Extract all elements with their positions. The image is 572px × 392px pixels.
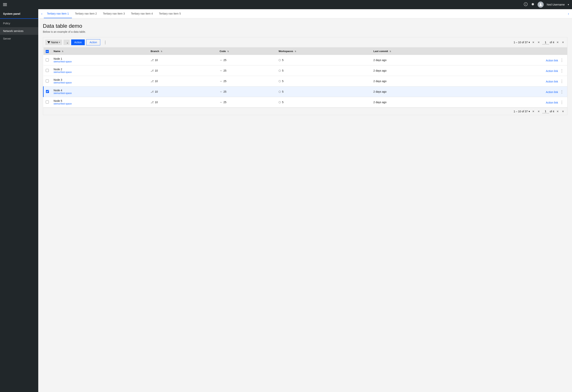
row-checkbox-cell bbox=[43, 86, 51, 97]
sidebar-item-network-services[interactable]: Network services bbox=[0, 27, 38, 35]
row-branch-cell: ⎇10 bbox=[148, 76, 217, 86]
notifications-icon[interactable] bbox=[524, 2, 528, 7]
page-description: Below is an example of a data table. bbox=[43, 30, 567, 33]
page-next-top[interactable]: ✕ bbox=[561, 40, 565, 44]
last-commit-value: 2 days ago bbox=[373, 80, 387, 83]
page-next-bottom[interactable]: ✕ bbox=[561, 110, 565, 113]
row-overflow-button[interactable]: ⋮ bbox=[559, 68, 565, 73]
row-workspaces-cell: ⬡5 bbox=[276, 97, 371, 108]
row-sub[interactable]: siemur/test-space bbox=[54, 81, 146, 84]
sidebar-item-policy[interactable]: Policy bbox=[0, 19, 38, 27]
branch-icon: ⎇ bbox=[151, 80, 154, 83]
col-last-commit: Last commit ⇅ bbox=[371, 48, 466, 55]
tertiary-nav-prev[interactable]: ‹ bbox=[40, 12, 44, 16]
row-name: Node 1 bbox=[54, 57, 146, 60]
page-input-bottom[interactable] bbox=[542, 109, 549, 113]
settings-icon[interactable] bbox=[531, 2, 535, 7]
code-value: 25 bbox=[223, 80, 226, 83]
row-name-cell: Node 5siemur/test-space bbox=[51, 97, 148, 108]
row-checkbox[interactable] bbox=[46, 100, 49, 104]
row-overflow-button[interactable]: ⋮ bbox=[559, 57, 565, 63]
row-overflow-button[interactable]: ⋮ bbox=[559, 79, 565, 84]
toolbar-overflow-button[interactable]: ⋮ bbox=[102, 39, 109, 46]
row-sub[interactable]: siemur/test-space bbox=[54, 92, 146, 95]
action-link[interactable]: Action link bbox=[546, 101, 558, 104]
code-value: 25 bbox=[223, 90, 226, 93]
action-primary-button[interactable]: Action bbox=[71, 39, 85, 45]
sort-workspaces-icon[interactable]: ⇅ bbox=[295, 50, 296, 52]
branch-value: 10 bbox=[155, 59, 158, 62]
tertiary-tab-3[interactable]: Tertiary nav item 3 bbox=[100, 9, 128, 18]
row-workspaces-cell: ⬡5 bbox=[276, 76, 371, 86]
row-checkbox[interactable] bbox=[46, 69, 49, 72]
hamburger-menu[interactable] bbox=[3, 3, 7, 6]
page-prev-bottom[interactable]: ✕ bbox=[556, 110, 559, 113]
code-icon: ↔ bbox=[220, 59, 222, 62]
table-header: Name ⇅ Branch ⇅ Code ⇅ bbox=[43, 48, 567, 55]
branch-value: 10 bbox=[155, 80, 158, 83]
branch-icon: ⎇ bbox=[151, 59, 154, 62]
row-checkbox-cell bbox=[43, 65, 51, 76]
row-name: Node 3 bbox=[54, 78, 146, 81]
sidebar-item-server[interactable]: Server bbox=[0, 35, 38, 43]
row-name-cell: Node 1siemur/test-space bbox=[51, 55, 148, 65]
tertiary-tab-5[interactable]: Tertiary nav item 5 bbox=[156, 9, 184, 18]
header-checkbox[interactable] bbox=[46, 50, 49, 53]
row-sub[interactable]: siemur/test-space bbox=[54, 102, 146, 105]
action-link[interactable]: Action link bbox=[546, 69, 558, 73]
sort-last-commit-icon[interactable]: ⇅ bbox=[389, 50, 391, 52]
table-row: Node 3siemur/test-space⎇10↔25⬡52 days ag… bbox=[43, 76, 567, 86]
tertiary-nav-next[interactable]: › bbox=[566, 12, 571, 16]
pagination-dropdown-top[interactable]: ▾ bbox=[529, 41, 530, 44]
row-name: Node 5 bbox=[54, 99, 146, 102]
avatar[interactable] bbox=[538, 1, 544, 8]
row-checkbox-cell bbox=[43, 97, 51, 108]
page-prev-top[interactable]: ✕ bbox=[556, 40, 559, 44]
page-input-top[interactable] bbox=[542, 40, 549, 44]
code-icon: ↔ bbox=[220, 69, 222, 72]
row-sub[interactable]: siemur/test-space bbox=[54, 60, 146, 63]
pagination-close-top[interactable]: ✕ bbox=[537, 40, 541, 44]
row-checkbox[interactable] bbox=[46, 58, 49, 62]
sort-code-icon[interactable]: ⇅ bbox=[227, 50, 229, 52]
action-link[interactable]: Action link bbox=[546, 80, 558, 83]
tertiary-tab-2[interactable]: Tertiary nav item 2 bbox=[72, 9, 100, 18]
row-sub[interactable]: siemur/test-space bbox=[54, 71, 146, 73]
row-action-cell: Action link ⋮ bbox=[466, 55, 567, 65]
sort-branch-icon[interactable]: ⇅ bbox=[161, 50, 162, 52]
row-overflow-button[interactable]: ⋮ bbox=[559, 89, 565, 94]
row-action-cell: Action link ⋮ bbox=[466, 97, 567, 108]
sidebar-nav: Policy Network services Server bbox=[0, 19, 38, 43]
page-content: Data table demo Below is an example of a… bbox=[38, 18, 572, 392]
pagination-clear-bottom[interactable]: ✕ bbox=[531, 110, 535, 113]
action-outline-button[interactable]: Action bbox=[86, 39, 100, 45]
row-action-cell: Action link ⋮ bbox=[466, 76, 567, 86]
tertiary-tabs: Tertiary nav item 1 Tertiary nav item 2 … bbox=[44, 9, 566, 18]
row-overflow-button[interactable]: ⋮ bbox=[559, 99, 565, 105]
tertiary-tab-1[interactable]: Tertiary nav item 1 bbox=[44, 9, 72, 18]
row-checkbox[interactable] bbox=[46, 90, 49, 93]
pagination-close-bottom[interactable]: ✕ bbox=[537, 110, 541, 113]
row-checkbox[interactable] bbox=[46, 80, 49, 82]
user-dropdown-icon[interactable]: ▾ bbox=[568, 3, 569, 6]
svg-point-1 bbox=[540, 3, 541, 5]
sidebar-title: System panel bbox=[0, 9, 38, 19]
branch-value: 10 bbox=[155, 90, 158, 93]
sort-button[interactable] bbox=[64, 40, 70, 45]
action-link[interactable]: Action link bbox=[546, 91, 558, 94]
row-action-cell: Action link ⋮ bbox=[466, 65, 567, 76]
sort-name-icon[interactable]: ⇅ bbox=[62, 50, 63, 52]
action-link[interactable]: Action link bbox=[546, 59, 558, 62]
filter-button[interactable]: Name ▾ bbox=[45, 40, 62, 45]
last-commit-value: 2 days ago bbox=[373, 101, 387, 104]
branch-value: 10 bbox=[155, 101, 158, 104]
code-value: 25 bbox=[223, 59, 226, 62]
pagination-dropdown-bottom[interactable]: ▾ bbox=[529, 110, 530, 113]
pagination-clear-top[interactable]: ✕ bbox=[531, 40, 535, 44]
row-workspaces-cell: ⬡5 bbox=[276, 55, 371, 65]
content-area: ‹ Tertiary nav item 1 Tertiary nav item … bbox=[38, 9, 572, 392]
table-row: Node 5siemur/test-space⎇10↔25⬡52 days ag… bbox=[43, 97, 567, 108]
row-name: Node 4 bbox=[54, 89, 146, 92]
tertiary-tab-4[interactable]: Tertiary nav item 4 bbox=[128, 9, 156, 18]
topbar-right: Ned Username ▾ bbox=[524, 1, 569, 8]
